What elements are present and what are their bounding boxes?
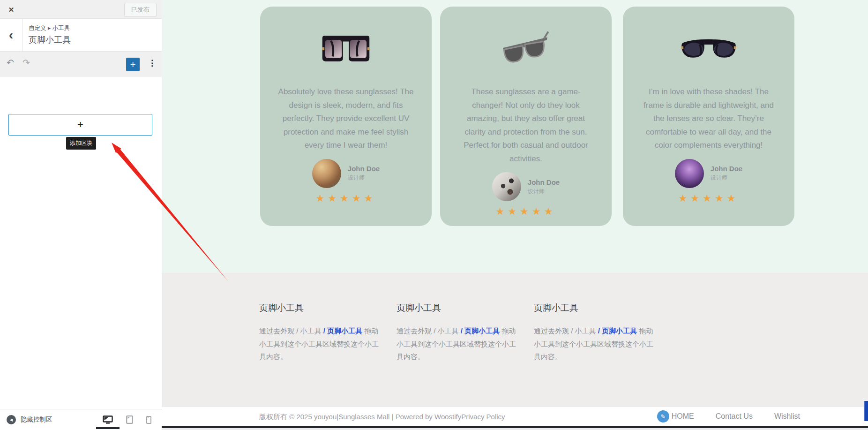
hide-controls-label: 隐藏控制区 — [21, 415, 52, 424]
close-icon[interactable]: ✕ — [5, 3, 18, 16]
footer-widget-text: 通过去外观 / 小工具 / 页脚小工具 拖动小工具到这个小工具区域替换这个小工具… — [534, 324, 659, 363]
block-appender-button[interactable]: + — [8, 114, 152, 136]
testimonial-author: John Doe 设计师 — [492, 172, 560, 201]
footer-widget-column: 页脚小工具 通过去外观 / 小工具 / 页脚小工具 拖动小工具到这个小工具区域替… — [259, 302, 385, 363]
avatar — [312, 159, 341, 188]
star-icon: ★ — [508, 206, 520, 217]
footer-widget-column: 页脚小工具 通过去外观 / 小工具 / 页脚小工具 拖动小工具到这个小工具区域替… — [534, 302, 659, 363]
panel-header-text: 自定义 ▸ 小工具 页脚小工具 — [22, 19, 71, 51]
star-icon: ★ — [315, 193, 328, 204]
plus-icon: + — [77, 119, 83, 131]
site-preview: Absolutely love these sunglasses! The de… — [162, 0, 868, 430]
star-icon: ★ — [495, 206, 508, 217]
footer-widgets-section: 页脚小工具 通过去外观 / 小工具 / 页脚小工具 拖动小工具到这个小工具区域替… — [162, 273, 868, 407]
testimonial-text: These sunglasses are a game-changer! Not… — [456, 85, 596, 166]
star-icon: ★ — [703, 193, 715, 204]
editor-toolbar: ↶ ↷ + ⋮ — [0, 52, 162, 77]
star-icon: ★ — [544, 206, 556, 217]
back-column: ‹ — [0, 19, 22, 51]
author-role: 设计师 — [711, 174, 742, 182]
testimonial-card: These sunglasses are a game-changer! Not… — [440, 7, 612, 226]
star-icon: ★ — [727, 193, 739, 204]
star-rating: ★★★★★ — [315, 193, 376, 204]
testimonial-card: Absolutely love these sunglasses! The de… — [260, 7, 432, 226]
sidebar-footer: ◀ 隐藏控制区 — [0, 409, 162, 430]
star-rating: ★★★★★ — [495, 206, 556, 217]
edit-pencil-icon[interactable]: ✎ — [657, 410, 669, 422]
below-page-edge — [162, 428, 868, 430]
copyright-text: 版权所有 © 2025 youyou|Sunglasses Mall | Pow… — [259, 413, 505, 422]
star-rating: ★★★★★ — [678, 193, 739, 204]
footer-menu-wishlist[interactable]: Wishlist — [774, 412, 800, 421]
footer-widget-text: 通过去外观 / 小工具 / 页脚小工具 拖动小工具到这个小工具区域替换这个小工具… — [397, 324, 522, 363]
author-role: 设计师 — [348, 174, 380, 182]
sidebar-topbar: ✕ 已发布 — [0, 0, 162, 19]
footer-widget-title: 页脚小工具 — [259, 302, 385, 314]
footer-menu-contact[interactable]: Contact Us — [716, 412, 753, 421]
sunglasses-image — [680, 28, 737, 73]
testimonial-card: I’m in love with these shades! The frame… — [623, 7, 794, 226]
author-name: John Doe — [528, 178, 560, 186]
footer-widget-link[interactable]: / 页脚小工具 — [323, 327, 362, 335]
star-icon: ★ — [328, 193, 340, 204]
home-link-label: HOME — [672, 412, 694, 421]
options-kebab-icon[interactable]: ⋮ — [148, 58, 156, 68]
footer-menu: ✎ HOME Contact Us Wishlist — [657, 410, 800, 422]
footer-widget-column: 页脚小工具 通过去外观 / 小工具 / 页脚小工具 拖动小工具到这个小工具区域替… — [397, 302, 522, 363]
redo-icon[interactable]: ↷ — [22, 58, 30, 67]
author-name: John Doe — [348, 165, 380, 173]
footer-widget-link[interactable]: / 页脚小工具 — [461, 327, 500, 335]
testimonials-section: Absolutely love these sunglasses! The de… — [162, 0, 868, 273]
desktop-preview-icon[interactable] — [103, 415, 113, 424]
author-role: 设计师 — [528, 188, 560, 196]
widget-text-before: 通过去外观 / 小工具 — [534, 327, 598, 335]
breadcrumb: 自定义 ▸ 小工具 — [29, 24, 71, 32]
star-icon: ★ — [340, 193, 352, 204]
footer-menu-home[interactable]: ✎ HOME — [657, 410, 694, 422]
hide-controls-button[interactable]: ◀ 隐藏控制区 — [7, 415, 52, 424]
footer-widget-link[interactable]: / 页脚小工具 — [598, 327, 637, 335]
widget-editor-area: + 添加区块 — [0, 77, 162, 409]
author-name: John Doe — [711, 165, 742, 173]
back-chevron-icon[interactable]: ‹ — [9, 29, 13, 42]
site-bottom-bar: 版权所有 © 2025 youyou|Sunglasses Mall | Pow… — [162, 407, 868, 426]
star-icon: ★ — [364, 193, 376, 204]
page-title: 页脚小工具 — [29, 34, 71, 45]
copyright-label: 版权所有 © 2025 youyou|Sunglasses Mall | Pow… — [259, 413, 461, 421]
collapse-arrow-icon: ◀ — [7, 415, 16, 424]
privacy-policy-link[interactable]: Privacy Policy — [461, 413, 505, 421]
tablet-preview-icon[interactable] — [126, 415, 133, 424]
publish-button[interactable]: 已发布 — [124, 3, 157, 17]
footer-widget-title: 页脚小工具 — [397, 302, 522, 314]
star-icon: ★ — [520, 206, 532, 217]
footer-widget-title: 页脚小工具 — [534, 302, 659, 314]
avatar — [675, 159, 704, 188]
add-block-toolbar-button[interactable]: + — [126, 58, 140, 71]
footer-widget-text: 通过去外观 / 小工具 / 页脚小工具 拖动小工具到这个小工具区域替换这个小工具… — [259, 324, 385, 363]
sunglasses-image — [499, 28, 553, 73]
device-preview-switcher — [103, 415, 155, 424]
testimonial-author: John Doe 设计师 — [312, 159, 380, 188]
widget-text-before: 通过去外观 / 小工具 — [259, 327, 323, 335]
star-icon: ★ — [532, 206, 544, 217]
add-block-tooltip: 添加区块 — [66, 137, 96, 150]
pencil-glyph: ✎ — [660, 413, 666, 420]
testimonial-text: I’m in love with these shades! The frame… — [639, 85, 778, 152]
sunglasses-image — [321, 28, 371, 73]
scrollbar-thumb[interactable] — [864, 401, 868, 421]
customizer-sidebar: ✕ 已发布 ‹ 自定义 ▸ 小工具 页脚小工具 ↶ ↷ + ⋮ + 添加区块 — [0, 0, 162, 430]
customizer-window: ✕ 已发布 ‹ 自定义 ▸ 小工具 页脚小工具 ↶ ↷ + ⋮ + 添加区块 — [0, 0, 868, 430]
star-icon: ★ — [678, 193, 690, 204]
widget-text-before: 通过去外观 / 小工具 — [397, 327, 461, 335]
panel-header: ‹ 自定义 ▸ 小工具 页脚小工具 — [0, 19, 162, 52]
star-icon: ★ — [715, 193, 727, 204]
avatar — [492, 172, 521, 201]
star-icon: ★ — [352, 193, 364, 204]
star-icon: ★ — [690, 193, 703, 204]
undo-icon[interactable]: ↶ — [7, 58, 14, 67]
testimonial-text: Absolutely love these sunglasses! The de… — [276, 85, 416, 152]
testimonial-author: John Doe 设计师 — [675, 159, 742, 188]
mobile-preview-icon[interactable] — [146, 416, 151, 424]
